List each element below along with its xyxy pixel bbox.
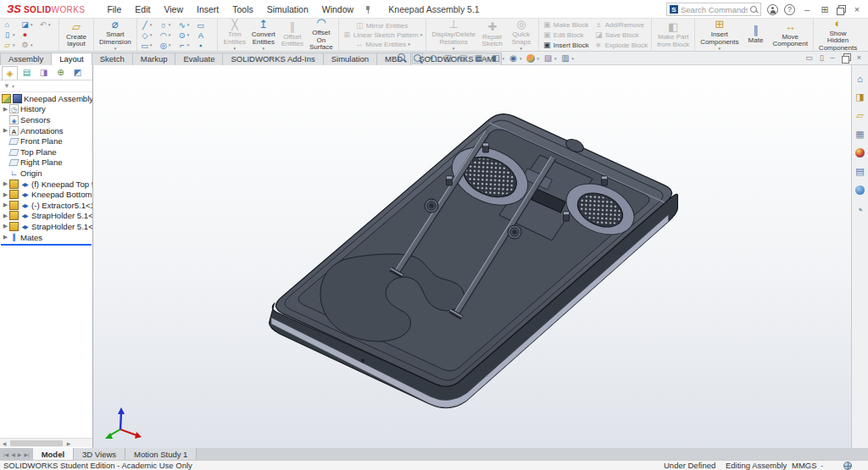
rectangle-tool[interactable]: ▭ xyxy=(196,20,214,30)
solidworks-resources-icon[interactable] xyxy=(854,72,866,85)
options-icon[interactable]: ⚙▾ xyxy=(20,41,38,49)
search-input[interactable]: Search Commands xyxy=(681,5,748,14)
expand-arrow-icon[interactable]: ▶ xyxy=(2,223,9,229)
move-component-button[interactable]: ↔ Move Component xyxy=(771,20,810,50)
pin-menu-icon[interactable] xyxy=(364,5,372,14)
tab-scroll-icon[interactable]: |◀ xyxy=(3,451,8,457)
help-icon[interactable]: ? xyxy=(784,4,795,15)
perimeter-circle-tool[interactable]: ◎▾ xyxy=(159,41,177,50)
undo-icon[interactable]: ↶▾ xyxy=(38,20,56,29)
edit-block-button[interactable]: ▣ Edit Block xyxy=(542,30,590,39)
close-button[interactable]: × xyxy=(851,4,863,14)
command-tab[interactable]: SOLIDWORKS Add-Ins xyxy=(222,53,323,65)
configurationmanager-icon[interactable] xyxy=(36,66,52,80)
units-selector[interactable]: MMGS xyxy=(792,461,817,470)
polygon-tool[interactable]: ◇▾ xyxy=(140,30,159,40)
tree-item[interactable]: ▶ (f) Kneepad Top 5.1<1> xyxy=(0,179,92,190)
tree-item[interactable]: ▶ Mates xyxy=(0,232,92,243)
tree-item[interactable]: ▶ StrapHolder 5.1<2> (Def xyxy=(0,221,92,232)
previous-view-icon[interactable] xyxy=(427,53,439,64)
make-block-button[interactable]: ▣ Make Block xyxy=(542,20,590,29)
command-tab[interactable]: Layout xyxy=(51,53,92,65)
tree-item[interactable]: ▶ (-) Extractor5.1<1> (Def xyxy=(0,200,92,211)
tab-scroll-icon[interactable]: ▶| xyxy=(24,451,29,457)
expand-arrow-icon[interactable]: ▶ xyxy=(2,180,9,187)
expand-arrow-icon[interactable]: ▶ xyxy=(2,127,9,134)
tree-item[interactable]: Origin xyxy=(0,168,92,179)
smart-dimension-button[interactable]: ⌀ Smart Dimension ▾ xyxy=(97,19,134,52)
edit-appearance-icon[interactable]: ▾ xyxy=(526,53,540,64)
point-tool[interactable]: ▪ xyxy=(196,41,214,50)
line-tool[interactable]: ╱▾ xyxy=(140,20,159,30)
filter-caret-icon[interactable]: ▾ xyxy=(12,83,14,89)
tree-item[interactable]: ▶ StrapHolder 5.1<1> (Def xyxy=(0,211,92,222)
offset-entities-button[interactable]: ∥ Offset Entities xyxy=(278,20,307,50)
zoom-fit-icon[interactable] xyxy=(397,53,409,64)
menu-item[interactable]: Tools xyxy=(225,2,260,17)
expand-arrow-icon[interactable]: ▶ xyxy=(2,202,9,208)
command-tab[interactable]: Markup xyxy=(132,53,176,65)
menu-item[interactable]: Window xyxy=(315,2,360,17)
comments-icon[interactable] xyxy=(854,202,866,215)
appearances-scenes-icon[interactable] xyxy=(854,147,866,159)
mirror-entities-button[interactable]: ◫ Mirror Entities xyxy=(354,21,410,30)
tree-item[interactable]: Right Plane xyxy=(0,158,92,169)
doc-icon-a[interactable]: ▭ xyxy=(805,53,813,62)
search-commands-box[interactable]: S Search Commands xyxy=(666,3,761,16)
graphics-area[interactable] xyxy=(93,65,851,448)
expand-arrow-icon[interactable]: ▶ xyxy=(2,234,9,241)
trim-entities-button[interactable]: ╳ Trim Entities ▾ xyxy=(220,19,249,52)
insert-components-button[interactable]: ⊞ Insert Components ▾ xyxy=(698,19,741,52)
command-tab[interactable]: Assembly xyxy=(0,53,52,65)
text-tool[interactable]: A xyxy=(196,30,214,40)
save-icon[interactable]: ◪▾ xyxy=(20,20,38,29)
minimize-button[interactable]: – xyxy=(801,4,813,14)
slot-tool[interactable]: ▭▾ xyxy=(140,41,159,50)
open-icon[interactable]: ▱▾ xyxy=(3,41,20,49)
move-entities-button[interactable]: ↔ Move Entities ▾ xyxy=(353,40,411,48)
rollback-bar[interactable] xyxy=(1,244,92,246)
dimxpertmanager-icon[interactable] xyxy=(53,66,69,80)
document-tab[interactable]: Model xyxy=(33,448,74,460)
menu-item[interactable]: View xyxy=(157,2,190,17)
tree-item[interactable]: Sensors xyxy=(0,114,92,125)
menu-item[interactable]: Insert xyxy=(190,2,225,17)
tree-item[interactable]: Front Plane xyxy=(0,135,92,147)
model-kneepad-assembly[interactable] xyxy=(93,65,851,448)
tab-scroll-icon[interactable]: ▶ xyxy=(18,451,22,457)
make-part-from-block-button[interactable]: ◧ Make Part from Block xyxy=(654,20,692,49)
expand-arrow-icon[interactable]: ▶ xyxy=(2,191,9,198)
menu-item[interactable]: Edit xyxy=(128,2,157,17)
repair-sketch-button[interactable]: ✚ Repair Sketch xyxy=(478,20,507,50)
command-tab[interactable]: Evaluate xyxy=(175,53,223,65)
annotation-views-icon[interactable] xyxy=(458,53,470,64)
expand-arrow-icon[interactable]: ▶ xyxy=(2,213,9,219)
add-remove-button[interactable]: ± Add/Remove xyxy=(593,20,649,29)
tree-item[interactable]: Kneepad Assembly 5.1 (Defa xyxy=(0,93,92,104)
linear-sketch-pattern-button[interactable]: ⊞ Linear Sketch Pattern ▾ xyxy=(342,30,423,39)
solidworks-forum-icon[interactable] xyxy=(854,184,866,196)
command-tab[interactable]: Simulation xyxy=(323,53,377,65)
view-orientation-icon[interactable]: ▾ xyxy=(473,53,487,64)
view-palette-icon[interactable] xyxy=(854,128,866,141)
spline-tool[interactable]: ∿▾ xyxy=(177,20,196,30)
command-tab[interactable]: Sketch xyxy=(92,53,133,65)
hide-show-items-icon[interactable]: ▾ xyxy=(508,53,522,64)
design-library-icon[interactable] xyxy=(854,91,866,103)
selection-filter-icon[interactable]: ● xyxy=(20,30,38,39)
insert-block-button[interactable]: ▣ Insert Block xyxy=(542,41,590,49)
apply-scene-icon[interactable]: ▾ xyxy=(542,53,557,64)
restore-button[interactable] xyxy=(837,5,845,14)
section-view-icon[interactable] xyxy=(442,53,454,64)
file-explorer-icon[interactable] xyxy=(854,109,866,122)
display-delete-relations-button[interactable]: ⊥ Display/Delete Relations ▾ xyxy=(429,19,478,52)
show-hidden-components-button[interactable]: ◐ Show Hidden Components xyxy=(816,19,860,52)
new-document-icon[interactable]: ▯▾ xyxy=(3,30,20,39)
create-layout-button[interactable]: ▱ Create layout xyxy=(62,20,91,50)
tab-scroll-icon[interactable]: ◀ xyxy=(11,451,15,457)
home-icon[interactable]: ⌂ xyxy=(3,20,20,29)
windows-button[interactable]: ⊞ xyxy=(819,4,831,15)
tree-item[interactable]: ▶ Annotations xyxy=(0,125,92,136)
scroll-right-icon[interactable]: ▶ xyxy=(64,440,73,446)
arc-tool[interactable]: ◠▾ xyxy=(159,30,177,40)
